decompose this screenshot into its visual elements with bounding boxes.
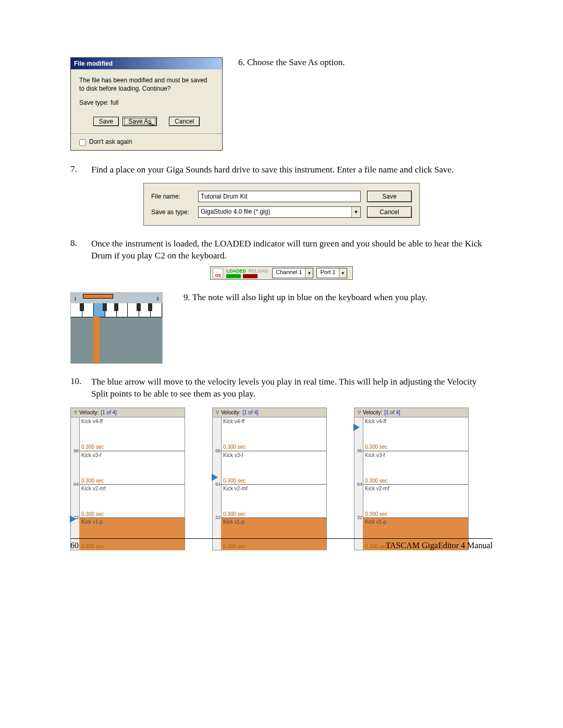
triangle-down-icon: ▽ bbox=[216, 410, 219, 415]
velocity-name: Kick v4-ff bbox=[81, 418, 103, 424]
velocity-time: 0.300 sec bbox=[81, 478, 104, 484]
chevron-down-icon: ▼ bbox=[351, 207, 360, 217]
save-as-type-value: GigaStudio 4.0 file (*.gig) bbox=[199, 207, 351, 217]
cancel-file-button[interactable]: Cancel bbox=[367, 206, 412, 218]
velocity-time: 0.300 sec bbox=[365, 444, 387, 450]
step-10-number: 10. bbox=[70, 376, 91, 400]
loaded-status-bar: GS LOADED RELOAD Channel 1 ▼ Port 1 ▼ bbox=[210, 266, 353, 280]
velocity-panels-row: ▽Velocity: [1 of 4]Kick v4-ff0.300 secKi… bbox=[70, 408, 493, 550]
gs-icon: GS bbox=[213, 268, 223, 278]
velocity-time: 0.300 sec bbox=[223, 478, 246, 484]
velocity-name: Kick v3-f bbox=[223, 452, 243, 458]
velocity-name: Kick v1-p bbox=[365, 519, 386, 525]
velocity-cell[interactable]: Kick v2-mf0.300 sec bbox=[79, 484, 185, 518]
cancel-button[interactable]: Cancel bbox=[169, 117, 200, 126]
save-file-button[interactable]: Save bbox=[367, 191, 412, 202]
velocity-name: Kick v3-f bbox=[365, 452, 385, 458]
dont-ask-checkbox[interactable]: Don't ask again bbox=[79, 138, 132, 145]
velocity-cell[interactable]: Kick v4-ff0.300 sec bbox=[363, 417, 468, 451]
save-button[interactable]: Save bbox=[93, 117, 119, 126]
velocity-name: Kick v4-ff bbox=[223, 418, 244, 424]
velocity-cell[interactable]: Kick v3-f0.300 sec bbox=[221, 451, 326, 485]
highlighted-key bbox=[94, 303, 105, 317]
page-number: 60 bbox=[70, 541, 79, 550]
velocity-name: Kick v2-mf bbox=[365, 486, 389, 491]
keyboard-octave-number: 2 bbox=[156, 296, 159, 301]
velocity-panel: ▽Velocity: [1 of 4]Kick v4-ff0.300 secKi… bbox=[354, 408, 469, 550]
velocity-panel: ▽Velocity: [1 of 4]Kick v4-ff0.300 secKi… bbox=[70, 408, 185, 550]
save-as-type-label: Save as type: bbox=[151, 208, 198, 216]
save-as-type-dropdown[interactable]: GigaStudio 4.0 file (*.gig) ▼ bbox=[198, 206, 361, 218]
velocity-header[interactable]: ▽Velocity: [1 of 4] bbox=[71, 408, 185, 417]
loaded-indicator: LOADED RELOAD bbox=[226, 268, 268, 278]
triangle-down-icon: ▽ bbox=[358, 410, 361, 415]
velocity-header[interactable]: ▽Velocity: [1 of 4] bbox=[213, 408, 326, 417]
manual-page: File modified The file has been modified… bbox=[0, 0, 563, 582]
velocity-time: 0.300 sec bbox=[365, 511, 387, 517]
page-footer: 60 TASCAM GigaEditor 4 Manual bbox=[70, 538, 493, 550]
velocity-name: Kick v3-f bbox=[81, 452, 101, 458]
port-dropdown[interactable]: Port 1 ▼ bbox=[316, 268, 347, 278]
velocity-name: Kick v2-mf bbox=[223, 486, 248, 491]
step-9-text: 9. The note will also light up in blue o… bbox=[183, 292, 493, 303]
velocity-threshold: 64 bbox=[71, 482, 79, 487]
velocity-time: 0.300 sec bbox=[223, 444, 246, 450]
velocity-arrow-icon bbox=[70, 515, 76, 523]
velocity-time: 0.300 sec bbox=[81, 511, 104, 517]
step-7-number: 7. bbox=[70, 164, 91, 176]
velocity-threshold: 64 bbox=[213, 482, 221, 487]
note-track bbox=[94, 317, 99, 363]
step-6-text: 6. Choose the Save As option. bbox=[238, 57, 493, 68]
velocity-panel: ▽Velocity: [1 of 4]Kick v4-ff0.300 secKi… bbox=[212, 408, 327, 550]
dialog-message: The file has been modified and must be s… bbox=[79, 77, 214, 93]
velocity-threshold: 96 bbox=[213, 448, 221, 453]
step-8-number: 8. bbox=[70, 238, 91, 262]
file-modified-dialog: File modified The file has been modified… bbox=[70, 57, 223, 151]
dialog-title: File modified bbox=[71, 58, 222, 69]
step-10-text: The blue arrow will move to the velocity… bbox=[91, 376, 493, 400]
velocity-cell[interactable]: Kick v2-mf0.300 sec bbox=[363, 484, 468, 518]
velocity-name: Kick v1-p bbox=[223, 519, 244, 525]
velocity-threshold: 32 bbox=[355, 515, 362, 520]
triangle-down-icon: ▽ bbox=[74, 410, 77, 415]
region-marker bbox=[83, 294, 113, 299]
velocity-cell[interactable]: Kick v4-ff0.300 sec bbox=[79, 417, 185, 451]
velocity-name: Kick v1-p bbox=[81, 519, 103, 525]
file-name-label: File name: bbox=[151, 193, 198, 200]
piano-keys[interactable] bbox=[71, 303, 162, 317]
velocity-cell[interactable]: Kick v4-ff0.300 sec bbox=[221, 417, 326, 451]
velocity-time: 0.300 sec bbox=[365, 478, 387, 484]
manual-title: TASCAM GigaEditor 4 Manual bbox=[386, 541, 493, 550]
chevron-down-icon: ▼ bbox=[305, 268, 313, 278]
velocity-time: 0.300 sec bbox=[223, 511, 246, 517]
velocity-threshold: 96 bbox=[71, 448, 79, 453]
velocity-cell[interactable]: Kick v3-f0.300 sec bbox=[363, 451, 468, 485]
velocity-header[interactable]: ▽Velocity: [1 of 4] bbox=[354, 408, 468, 417]
channel-dropdown[interactable]: Channel 1 ▼ bbox=[272, 268, 313, 278]
step-8-text: Once the instrument is loaded, the LOADE… bbox=[91, 238, 493, 262]
velocity-cell[interactable]: Kick v2-mf0.300 sec bbox=[221, 484, 326, 518]
velocity-arrow-icon bbox=[353, 424, 360, 431]
velocity-name: Kick v2-mf bbox=[81, 486, 106, 491]
velocity-name: Kick v4-ff bbox=[365, 418, 386, 424]
step-7-text: Find a place on your Giga Sounds hard dr… bbox=[91, 164, 493, 176]
velocity-arrow-icon bbox=[212, 474, 218, 481]
velocity-threshold: 96 bbox=[355, 448, 362, 453]
velocity-time: 0.300 sec bbox=[81, 444, 104, 450]
save-file-dialog: File name: Save Save as type: GigaStudio… bbox=[143, 183, 420, 226]
velocity-cell[interactable]: Kick v3-f0.300 sec bbox=[79, 451, 185, 485]
keyboard-region-view: 1 2 bbox=[70, 292, 163, 364]
file-name-input[interactable] bbox=[198, 191, 361, 202]
velocity-threshold: 32 bbox=[213, 515, 221, 520]
chevron-down-icon: ▼ bbox=[339, 268, 347, 278]
velocity-threshold: 64 bbox=[355, 482, 362, 487]
save-type-label: Save type: full bbox=[79, 99, 214, 106]
